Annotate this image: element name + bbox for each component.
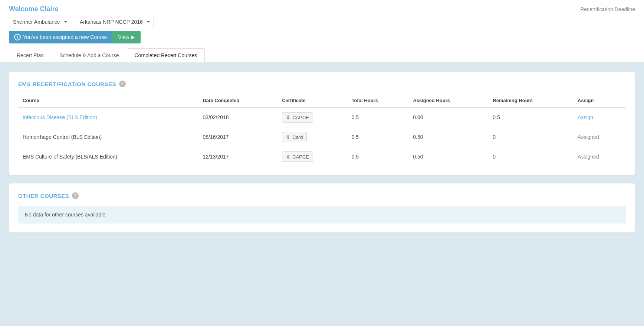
col-assign: Assign — [573, 94, 626, 107]
assigned-hours: 0.50 — [408, 127, 488, 147]
welcome-heading: Welcome Claire — [9, 5, 59, 13]
assign-cell: Assign — [573, 107, 626, 127]
course-name: EMS Culture of Safety (BLS/ALS Edition) — [18, 147, 198, 167]
ems-section-title: EMS RECERTIFICATION COURSES ? — [18, 81, 626, 87]
view-button[interactable]: View ▶ — [112, 31, 141, 43]
ems-section: EMS RECERTIFICATION COURSES ? Course Dat… — [9, 71, 635, 176]
assign-cell: Assigned — [573, 127, 626, 147]
other-title-text: OTHER COURSES — [18, 193, 69, 199]
assign-cell: Assigned — [573, 147, 626, 167]
tab-schedule-add[interactable]: Schedule & Add a Course — [52, 48, 126, 62]
cert-label: Card — [292, 134, 303, 140]
download-icon: ⇓ — [286, 114, 290, 120]
no-data-text: No data for other courses available. — [25, 212, 107, 218]
col-date-completed: Date Completed — [198, 94, 277, 107]
user-name: Claire — [40, 5, 59, 13]
table-row: Infectious Disease (BLS Edition)03/02/20… — [18, 107, 626, 127]
welcome-prefix: Welcome — [9, 5, 38, 13]
cert-label: CAPCE — [292, 154, 309, 160]
no-data-message: No data for other courses available. — [18, 206, 626, 224]
col-total-hours: Total Hours — [347, 94, 409, 107]
col-course: Course — [18, 94, 198, 107]
certificate-button[interactable]: ⇓Card — [282, 132, 307, 142]
recert-deadline: Recertification Deadline — [580, 6, 635, 12]
cert-label: CAPCE — [292, 115, 309, 120]
date-completed: 12/13/2017 — [198, 147, 277, 167]
certificate-cell: ⇓CAPCE — [277, 107, 347, 127]
course-link[interactable]: Infectious Disease (BLS Edition) — [23, 114, 97, 120]
date-completed: 03/02/2018 — [198, 107, 277, 127]
program-dropdown[interactable]: Arkansas NRP NCCP 2016 — [76, 17, 154, 27]
total-hours: 0.5 — [347, 107, 409, 127]
assign-link[interactable]: Assign — [578, 114, 593, 120]
other-section-title: OTHER COURSES ? — [18, 192, 626, 199]
course-name: Infectious Disease (BLS Edition) — [18, 107, 198, 127]
download-icon: ⇓ — [286, 134, 290, 140]
col-certificate: Certificate — [277, 94, 347, 107]
certificate-button[interactable]: ⇓CAPCE — [282, 112, 313, 123]
assigned-text: Assigned — [578, 154, 599, 160]
table-row: Hemorrhage Control (BLS Edition)08/16/20… — [18, 127, 626, 147]
remaining-hours: 0.5 — [488, 107, 573, 127]
table-row: EMS Culture of Safety (BLS/ALS Edition)1… — [18, 147, 626, 167]
assigned-hours: 0.50 — [408, 147, 488, 167]
assigned-hours: 0.00 — [408, 107, 488, 127]
tab-recert-plan[interactable]: Recert Plan — [9, 48, 52, 62]
arrow-icon: ▶ — [131, 35, 135, 40]
view-label: View — [118, 34, 129, 40]
total-hours: 0.5 — [347, 127, 409, 147]
col-assigned-hours: Assigned Hours — [408, 94, 488, 107]
remaining-hours: 0 — [488, 147, 573, 167]
notification-message: You've been assigned a new Course — [23, 34, 107, 40]
tab-bar: Recert Plan Schedule & Add a Course Comp… — [9, 48, 635, 62]
other-help-icon[interactable]: ? — [72, 192, 79, 199]
total-hours: 0.5 — [347, 147, 409, 167]
tab-completed-recert[interactable]: Completed Recert Courses — [127, 48, 205, 62]
notification-bar: i You've been assigned a new Course View… — [9, 31, 141, 43]
ems-help-icon[interactable]: ? — [119, 81, 126, 87]
course-name: Hemorrhage Control (BLS Edition) — [18, 127, 198, 147]
certificate-button[interactable]: ⇓CAPCE — [282, 151, 313, 162]
notification-text: i You've been assigned a new Course — [9, 31, 112, 43]
download-icon: ⇓ — [286, 154, 290, 160]
info-icon: i — [14, 34, 21, 40]
date-completed: 08/16/2017 — [198, 127, 277, 147]
certificate-cell: ⇓CAPCE — [277, 147, 347, 167]
courses-table: Course Date Completed Certificate Total … — [18, 94, 626, 166]
col-remaining-hours: Remaining Hours — [488, 94, 573, 107]
certificate-cell: ⇓Card — [277, 127, 347, 147]
organization-dropdown[interactable]: Shermer Ambulance — [9, 17, 71, 27]
assigned-text: Assigned — [578, 134, 599, 140]
remaining-hours: 0 — [488, 127, 573, 147]
ems-title-text: EMS RECERTIFICATION COURSES — [18, 81, 116, 87]
other-courses-section: OTHER COURSES ? No data for other course… — [9, 183, 635, 233]
